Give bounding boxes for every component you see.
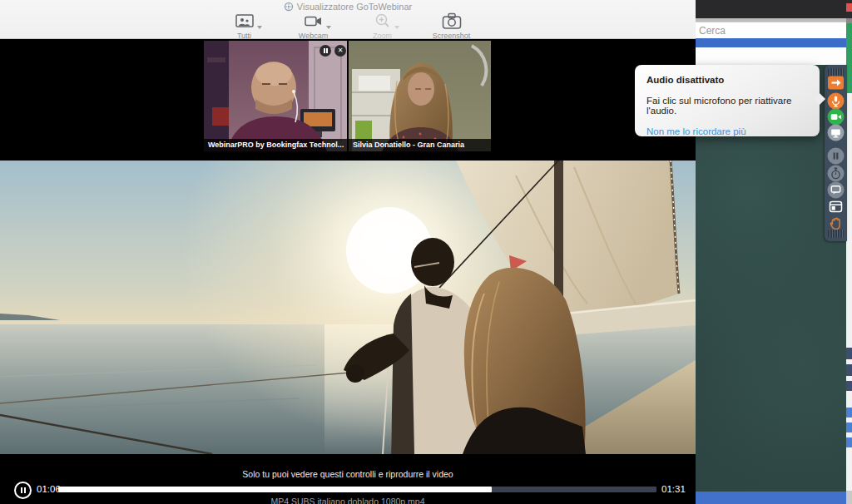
edge-item-mark	[846, 348, 852, 359]
chevron-down-icon	[326, 26, 331, 29]
close-icon: ✕	[338, 47, 344, 54]
pause-icon	[827, 147, 845, 165]
toolbar-tutti-label: Tutti	[237, 32, 251, 40]
timer-icon	[827, 165, 845, 182]
control-panel-icon	[827, 198, 845, 215]
window-title-text: Visualizzatore GoToWebinar	[297, 2, 412, 12]
chat-icon	[827, 181, 845, 199]
edge-blue-mark	[846, 422, 852, 432]
silvia-video-frame	[349, 41, 491, 151]
edge-red-segment	[846, 3, 852, 12]
background-window-header	[696, 0, 846, 18]
progress-bar[interactable]	[58, 487, 656, 492]
edge-item-mark	[846, 364, 852, 376]
progress-fill	[58, 487, 492, 492]
timer-button[interactable]	[827, 165, 845, 182]
notification-dismiss-link[interactable]: Non me lo ricordare più	[646, 126, 808, 136]
edge-bottom-segment	[846, 491, 852, 504]
current-time: 01:06	[37, 484, 61, 494]
notification-body: Fai clic sul microfono per riattivare l'…	[646, 96, 808, 116]
webcam-on-icon	[827, 108, 845, 126]
background-list-area	[696, 47, 846, 65]
pause-icon	[21, 487, 22, 493]
presenter-name-label: WebinarPRO by Bookingfax Technol...	[204, 139, 347, 151]
camera-icon	[441, 12, 463, 29]
expand-panel-button[interactable]	[827, 74, 845, 91]
screen-share-icon	[827, 124, 845, 141]
webcam-feed-presenter: WebinarPRO by Bookingfax Technol...	[204, 41, 347, 151]
pause-icon	[324, 48, 325, 53]
toolbar-screenshot-button[interactable]: Screenshot	[433, 12, 471, 40]
webcam-feed-silvia: Silvia Donatiello - Gran Canaria	[349, 41, 491, 151]
edge-green-segment	[846, 23, 852, 93]
background-search-input[interactable]: Cerca	[696, 22, 846, 38]
audience-view-icon	[235, 13, 255, 29]
edge-item-mark	[846, 381, 852, 391]
background-bottom-row	[696, 492, 846, 504]
screen-edge-window-sliver	[846, 0, 852, 504]
total-time: 01:31	[661, 484, 686, 494]
player-visibility-hint: Solo tu puoi vedere questi controlli e r…	[0, 469, 696, 479]
edge-blue-mark	[846, 408, 852, 418]
chevron-down-icon	[257, 26, 262, 29]
toolbar: Tutti Webcam Zoom	[0, 12, 696, 40]
shared-video-sailing-scene	[0, 161, 696, 454]
pause-recording-button[interactable]	[827, 147, 845, 165]
window-chrome: Visualizzatore GoToWebinar Tutti	[0, 0, 696, 39]
microphone-mute-button[interactable]	[827, 92, 845, 110]
control-panel-button[interactable]	[827, 198, 845, 215]
zoom-magnifier-icon	[374, 12, 392, 29]
audio-disabled-notification: Audio disattivato Fai clic sul microfono…	[635, 65, 820, 136]
sidebar-drag-handle[interactable]	[828, 230, 844, 238]
expand-panel-arrow-icon	[827, 74, 845, 91]
screen-share-button[interactable]	[827, 124, 845, 141]
toolbar-tutti-button[interactable]: Tutti	[225, 12, 264, 40]
window-title: Visualizzatore GoToWebinar	[0, 2, 696, 12]
silvia-name-label: Silvia Donatiello - Gran Canaria	[349, 139, 491, 151]
sailing-sunset-illustration	[0, 161, 696, 454]
gotowebinar-daisy-icon	[284, 2, 294, 12]
toolbar-webcam-button[interactable]: Webcam	[295, 12, 333, 40]
toolbar-zoom-label: Zoom	[373, 32, 392, 40]
chat-button[interactable]	[827, 181, 845, 199]
screen: Visualizzatore GoToWebinar Tutti	[0, 0, 852, 504]
chevron-down-icon	[394, 26, 399, 29]
webcam-close-button[interactable]: ✕	[334, 45, 346, 57]
toolbar-webcam-label: Webcam	[299, 32, 328, 40]
gotowebinar-viewer-window: Visualizzatore GoToWebinar Tutti	[0, 0, 696, 504]
toolbar-screenshot-label: Screenshot	[433, 32, 471, 40]
webcam-pause-button[interactable]	[320, 45, 331, 57]
gotowebinar-control-sidebar	[825, 65, 847, 241]
background-selected-row[interactable]	[696, 38, 846, 47]
toolbar-zoom-button: Zoom	[364, 12, 402, 40]
presenter-video-frame	[204, 41, 347, 151]
microphone-muted-icon	[827, 92, 845, 110]
webcam-icon	[304, 13, 324, 29]
video-filename: MP4 SUBS italiano doblado 1080p.mp4	[0, 497, 696, 504]
edge-blue-mark	[846, 437, 852, 447]
notification-title: Audio disattivato	[646, 75, 808, 85]
webcam-toggle-button[interactable]	[827, 108, 845, 126]
